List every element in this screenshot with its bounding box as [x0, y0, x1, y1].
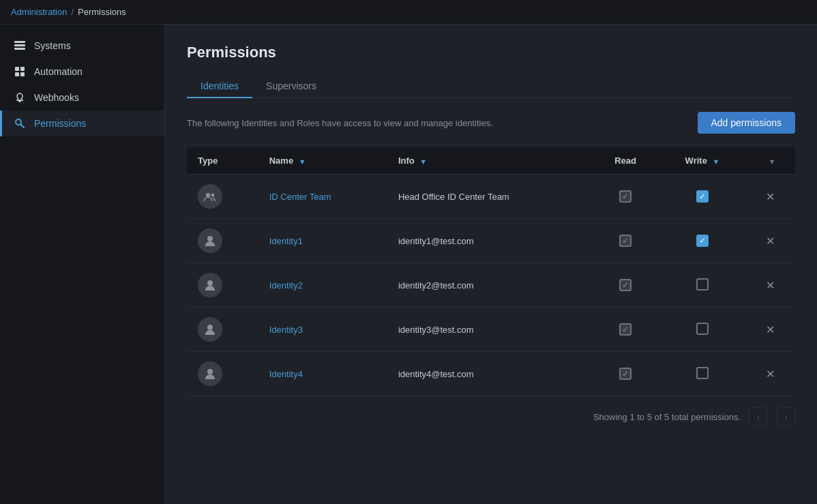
- delete-icon[interactable]: ✕: [766, 280, 775, 291]
- pagination-text: Showing 1 to 5 of 5 total permissions.: [593, 412, 741, 422]
- cell-info: identity1@test.com: [387, 219, 592, 263]
- sidebar-item-webhooks[interactable]: Webhooks: [0, 85, 164, 110]
- table-row: ID Center TeamHead Office ID Center Team…: [187, 175, 795, 219]
- sidebar-item-automation[interactable]: Automation: [0, 59, 164, 85]
- pagination-row: Showing 1 to 5 of 5 total permissions. ‹…: [187, 396, 795, 437]
- read-checkbox[interactable]: ✓: [619, 235, 632, 247]
- webhooks-icon: [14, 91, 26, 104]
- svg-rect-1: [14, 44, 25, 46]
- sidebar-item-automation-label: Automation: [34, 66, 83, 77]
- avatar: [198, 317, 222, 342]
- cell-info: Head Office ID Center Team: [387, 175, 592, 219]
- col-write: Write ▼: [659, 147, 746, 175]
- svg-point-13: [207, 325, 213, 330]
- col-read: Read: [592, 147, 659, 175]
- svg-point-11: [207, 236, 213, 241]
- write-checkbox[interactable]: ✓: [696, 235, 709, 247]
- sidebar-item-systems[interactable]: Systems: [0, 33, 164, 59]
- write-checkbox[interactable]: [696, 278, 709, 291]
- read-checkbox[interactable]: ✓: [619, 190, 632, 203]
- read-checkbox[interactable]: ✓: [619, 368, 632, 380]
- svg-rect-4: [20, 67, 25, 71]
- delete-icon[interactable]: ✕: [766, 324, 775, 336]
- automation-icon: [14, 65, 26, 78]
- cell-type: [187, 219, 258, 263]
- write-checkbox[interactable]: [696, 323, 709, 335]
- svg-rect-2: [14, 48, 25, 50]
- table-header-row: Type Name ▼ Info ▼ Read: [187, 147, 795, 175]
- tab-supervisors[interactable]: Supervisors: [252, 75, 330, 98]
- cell-name: ID Center Team: [258, 175, 387, 219]
- actions-filter-icon[interactable]: ▼: [768, 158, 775, 166]
- topbar: Administration / Permissions: [0, 0, 817, 25]
- cell-write[interactable]: [659, 308, 746, 352]
- name-filter-icon[interactable]: ▼: [299, 158, 306, 166]
- breadcrumb-separator: /: [71, 7, 74, 17]
- cell-delete[interactable]: ✕: [746, 219, 795, 263]
- write-checkbox[interactable]: ✓: [696, 190, 709, 203]
- cell-info: identity4@test.com: [387, 352, 592, 396]
- sidebar-item-permissions-label: Permissions: [34, 118, 86, 129]
- name-link[interactable]: Identity4: [269, 369, 303, 379]
- cell-type: [187, 175, 258, 219]
- breadcrumb-administration[interactable]: Administration: [11, 7, 67, 17]
- cell-read[interactable]: ✓: [592, 308, 659, 352]
- svg-point-9: [206, 193, 210, 197]
- cell-write[interactable]: [659, 263, 746, 308]
- cell-write[interactable]: ✓: [659, 175, 746, 219]
- cell-delete[interactable]: ✕: [746, 308, 795, 352]
- main-content: Permissions Identities Supervisors The f…: [165, 25, 817, 504]
- cell-name: Identity3: [258, 308, 387, 352]
- pagination-next-button[interactable]: ›: [776, 407, 795, 426]
- svg-rect-6: [20, 72, 25, 76]
- cell-write[interactable]: [659, 352, 746, 396]
- cell-read[interactable]: ✓: [592, 175, 659, 219]
- cell-delete[interactable]: ✕: [746, 352, 795, 396]
- tab-identities[interactable]: Identities: [187, 75, 252, 98]
- name-link[interactable]: Identity2: [269, 280, 303, 291]
- cell-delete[interactable]: ✕: [746, 263, 795, 308]
- cell-read[interactable]: ✓: [592, 219, 659, 263]
- cell-info: identity2@test.com: [387, 263, 592, 308]
- read-checkbox[interactable]: ✓: [619, 323, 632, 336]
- col-actions: ▼: [746, 147, 795, 175]
- name-link[interactable]: Identity1: [269, 236, 303, 246]
- cell-delete[interactable]: ✕: [746, 175, 795, 219]
- permissions-icon: [14, 117, 26, 130]
- delete-icon[interactable]: ✕: [766, 191, 775, 203]
- cell-read[interactable]: ✓: [592, 263, 659, 308]
- pagination-prev-button[interactable]: ‹: [749, 407, 768, 426]
- table-row: Identity2identity2@test.com✓✕: [187, 263, 795, 308]
- col-info: Info ▼: [387, 147, 592, 175]
- info-filter-icon[interactable]: ▼: [419, 158, 427, 166]
- description-row: The following Identities and Roles have …: [187, 112, 795, 134]
- svg-point-12: [207, 280, 213, 286]
- delete-icon[interactable]: ✕: [766, 368, 775, 380]
- systems-icon: [14, 40, 26, 52]
- svg-point-14: [207, 369, 213, 374]
- svg-point-7: [18, 100, 21, 102]
- col-name: Name ▼: [258, 147, 387, 175]
- read-checkbox[interactable]: ✓: [619, 279, 632, 291]
- avatar: [198, 361, 222, 386]
- svg-rect-5: [15, 72, 19, 76]
- name-link[interactable]: ID Center Team: [269, 192, 331, 202]
- sidebar-item-webhooks-label: Webhooks: [34, 92, 79, 103]
- cell-type: [187, 263, 258, 308]
- cell-name: Identity2: [258, 263, 387, 308]
- svg-rect-0: [14, 41, 25, 43]
- table-row: Identity4identity4@test.com✓✕: [187, 352, 795, 396]
- cell-write[interactable]: ✓: [659, 219, 746, 263]
- cell-type: [187, 352, 258, 396]
- delete-icon[interactable]: ✕: [766, 235, 775, 247]
- write-filter-icon[interactable]: ▼: [712, 158, 719, 166]
- write-checkbox[interactable]: [696, 367, 709, 379]
- avatar: [198, 184, 222, 209]
- table-row: Identity1identity1@test.com✓✓✕: [187, 219, 795, 263]
- sidebar-item-permissions[interactable]: Permissions: [0, 110, 164, 136]
- sidebar-item-systems-label: Systems: [34, 40, 71, 51]
- table-row: Identity3identity3@test.com✓✕: [187, 308, 795, 352]
- add-permissions-button[interactable]: Add permissions: [698, 112, 796, 134]
- name-link[interactable]: Identity3: [269, 325, 303, 335]
- cell-read[interactable]: ✓: [592, 352, 659, 396]
